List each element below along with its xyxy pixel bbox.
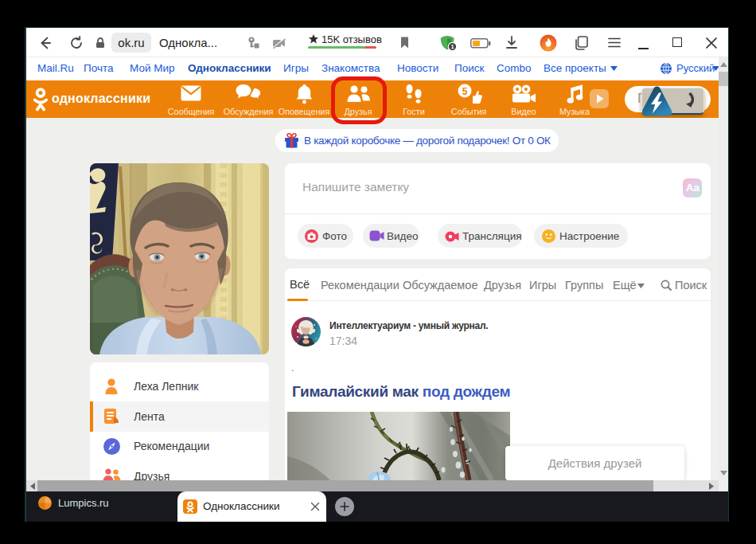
svg-text:5: 5 <box>462 86 468 97</box>
svg-text:1: 1 <box>450 43 454 50</box>
